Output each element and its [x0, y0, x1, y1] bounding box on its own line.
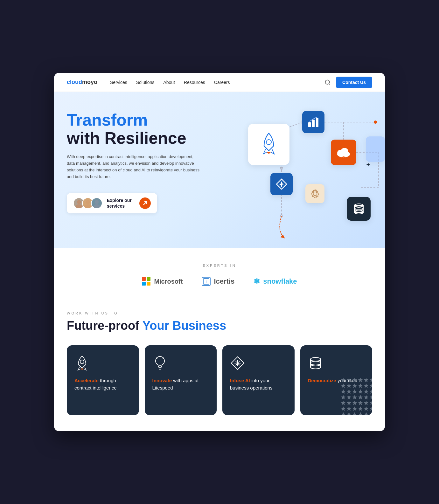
hero-title-dark: with Resilience	[67, 129, 200, 147]
card-democratize[interactable]: Democratize your data	[300, 345, 373, 415]
card-rocket-icon	[74, 356, 90, 371]
card-accelerate-title: Accelerate through contract intelligence	[74, 377, 131, 391]
ms-green-square	[147, 277, 150, 281]
explore-services-card[interactable]: Explore our services	[67, 193, 157, 213]
hero-description: With deep expertise in contract intellig…	[67, 154, 200, 180]
team-avatars	[73, 197, 102, 209]
card-infuse-ai[interactable]: AI Infuse AI into your business operatio…	[222, 345, 295, 415]
svg-text:AI: AI	[280, 183, 283, 186]
svg-point-0	[325, 80, 330, 84]
logo[interactable]: cloudmoyo	[67, 79, 97, 86]
hero-card-rocket	[248, 124, 289, 165]
hero-card-database	[347, 197, 371, 221]
card-innovate-highlight: Innovate	[152, 378, 172, 383]
svg-text:✦: ✦	[366, 162, 371, 168]
explore-label: Explore our services	[107, 197, 132, 209]
svg-point-57	[310, 357, 321, 361]
card-democratize-title: Democratize your data	[308, 377, 365, 384]
hero-card-right	[366, 136, 385, 162]
svg-point-22	[266, 140, 271, 145]
snowflake-logo: ❄ snowflake	[254, 277, 297, 286]
microsoft-logo: Microsoft	[142, 277, 183, 286]
icertis-name: Icertis	[214, 277, 234, 286]
navbar: cloudmoyo Services Solutions About Resou…	[54, 73, 385, 92]
feature-cards-grid: Accelerate through contract intelligence	[67, 345, 372, 415]
avatar-3	[91, 197, 102, 209]
svg-point-3	[75, 204, 82, 209]
svg-rect-23	[308, 122, 311, 127]
svg-point-2	[77, 200, 81, 204]
svg-point-60	[310, 365, 321, 369]
hero-section: Transform with Resilience With deep expe…	[54, 92, 385, 248]
contact-button[interactable]: Contact Us	[336, 77, 372, 88]
card-ai-icon: AI	[230, 356, 245, 371]
ms-yellow-square	[147, 282, 150, 286]
nav-services[interactable]: Services	[110, 80, 127, 85]
logo-text: cloudmoyo	[67, 79, 97, 86]
snowflake-name: snowflake	[263, 277, 297, 286]
card-infuse-highlight: Infuse AI	[230, 378, 250, 383]
nav-links: Services Solutions About Resources Caree…	[110, 80, 324, 85]
hero-card-diamond: AI	[270, 173, 293, 195]
svg-point-59	[310, 361, 321, 365]
svg-rect-25	[316, 118, 318, 127]
work-title-blue-text: Your Business	[143, 319, 226, 332]
card-db-icon	[308, 356, 323, 371]
hero-illustration: ✦	[232, 111, 385, 245]
svg-point-7	[93, 204, 100, 209]
microsoft-name: Microsoft	[154, 278, 183, 285]
work-label: WORK WITH US TO	[67, 311, 372, 315]
search-icon[interactable]	[324, 79, 331, 86]
icertis-icon: i	[202, 277, 211, 286]
card-innovate-title: Innovate with apps at Litespeed	[152, 377, 209, 391]
card-democratize-rest: your data	[338, 378, 358, 383]
svg-point-6	[95, 200, 99, 204]
icertis-logo: i Icertis	[202, 277, 234, 286]
svg-text:i: i	[206, 280, 207, 283]
snowflake-icon: ❄	[254, 277, 260, 286]
hero-title-blue: Transform	[67, 111, 200, 129]
svg-point-5	[84, 204, 91, 209]
hero-card-cloud	[331, 140, 356, 165]
hero-card-gear	[305, 184, 324, 203]
svg-point-4	[86, 200, 90, 204]
ms-blue-square	[142, 282, 146, 286]
work-title-plain: Future-proof	[67, 319, 139, 332]
card-innovate[interactable]: Innovate with apps at Litespeed	[145, 345, 217, 415]
svg-point-42	[80, 360, 84, 364]
svg-point-19	[280, 215, 283, 217]
card-bulb-icon	[152, 356, 168, 371]
svg-line-1	[329, 83, 330, 85]
nav-about[interactable]: About	[163, 80, 175, 85]
svg-rect-24	[312, 120, 315, 127]
card-accelerate-highlight: Accelerate	[74, 378, 99, 383]
svg-text:AI: AI	[236, 362, 239, 365]
nav-careers[interactable]: Careers	[214, 80, 230, 85]
hero-content: Transform with Resilience With deep expe…	[67, 111, 200, 213]
hero-card-chart	[302, 111, 324, 133]
card-infuse-title: Infuse AI into your business operations	[230, 377, 287, 391]
nav-resources[interactable]: Resources	[184, 80, 205, 85]
nav-actions: Contact Us	[324, 77, 372, 88]
card-accelerate[interactable]: Accelerate through contract intelligence	[67, 345, 139, 415]
nav-solutions[interactable]: Solutions	[136, 80, 155, 85]
svg-point-12	[374, 121, 377, 124]
experts-logos: Microsoft i Icertis ❄ snowflake	[67, 277, 372, 286]
experts-label: EXPERTS IN	[67, 264, 372, 267]
experts-section: EXPERTS IN Microsoft i	[54, 248, 385, 302]
work-title: Future-proof Your Business	[67, 319, 372, 333]
device-frame: cloudmoyo Services Solutions About Resou…	[54, 73, 385, 431]
microsoft-grid-icon	[142, 277, 151, 286]
ms-red-square	[142, 277, 146, 281]
explore-arrow-button[interactable]	[139, 197, 151, 209]
svg-line-8	[143, 202, 147, 205]
svg-point-21	[280, 167, 283, 169]
svg-point-34	[313, 192, 317, 196]
card-democratize-highlight: Democratize	[308, 378, 336, 383]
work-section: WORK WITH US TO Future-proof Your Busine…	[54, 302, 385, 431]
svg-point-43	[156, 356, 164, 365]
svg-point-29	[341, 152, 346, 157]
